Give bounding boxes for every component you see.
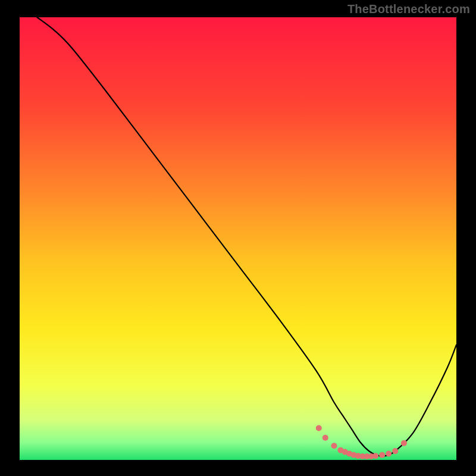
curve-dot (392, 448, 398, 454)
curve-dot (379, 452, 385, 458)
curve-dot (316, 425, 322, 431)
watermark-label: TheBottlenecker.com (347, 2, 470, 16)
curve-dot (322, 435, 328, 441)
curve-dot (401, 440, 407, 446)
curve-dot (372, 453, 378, 459)
chart-frame: TheBottlenecker.com (0, 0, 476, 476)
plot-area (20, 17, 456, 460)
curve-dot (386, 451, 392, 457)
curve-dot (331, 443, 337, 449)
chart-svg (0, 0, 476, 476)
